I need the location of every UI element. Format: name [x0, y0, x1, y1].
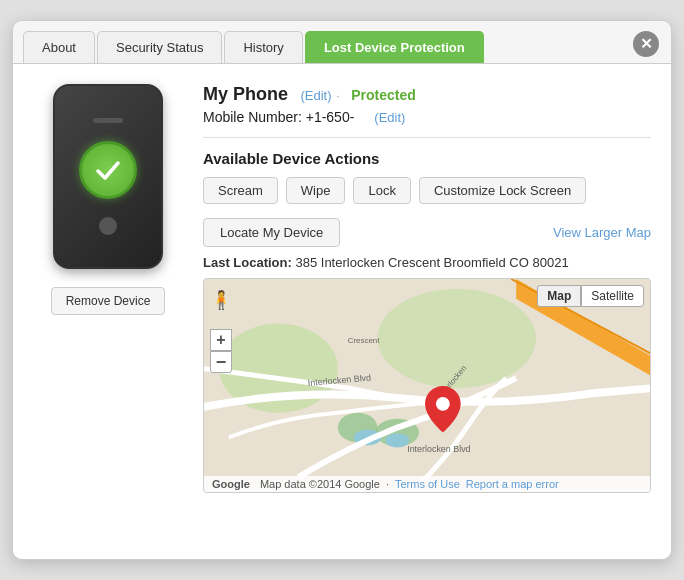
zoom-out-button[interactable]: − — [210, 351, 232, 373]
right-panel: My Phone (Edit) · Protected Mobile Numbe… — [203, 84, 651, 493]
map-dot-separator: · — [386, 478, 389, 490]
left-panel: Remove Device — [33, 84, 183, 493]
phone-check-icon — [79, 141, 137, 199]
mobile-number-row: Mobile Number: +1-650- (Edit) — [203, 109, 651, 125]
scream-button[interactable]: Scream — [203, 177, 278, 204]
mobile-number-edit[interactable]: (Edit) — [374, 110, 405, 125]
map-type-toggle: Map Satellite — [537, 285, 644, 307]
svg-text:Crescent: Crescent — [348, 336, 380, 345]
last-location-label: Last Location: — [203, 255, 292, 270]
map-controls: 🧍 + − — [210, 309, 232, 373]
locate-device-button[interactable]: Locate My Device — [203, 218, 340, 247]
mobile-number-label: Mobile Number: +1-650- — [203, 109, 354, 125]
map-data-label: Map data ©2014 Google — [260, 478, 380, 490]
main-window: ✕ About Security Status History Lost Dev… — [12, 20, 672, 560]
view-larger-map-link[interactable]: View Larger Map — [553, 225, 651, 240]
separator: · — [336, 88, 343, 103]
last-location: Last Location: 385 Interlocken Crescent … — [203, 255, 651, 270]
phone-image — [53, 84, 163, 269]
map-tab-satellite[interactable]: Satellite — [581, 285, 644, 307]
remove-device-button[interactable]: Remove Device — [51, 287, 166, 315]
report-map-error-link[interactable]: Report a map error — [466, 478, 559, 490]
google-logo: Google — [212, 478, 250, 490]
phone-home-button — [99, 217, 117, 235]
map-container: Interlocken Blvd Interlocken Blvd Interl… — [203, 278, 651, 493]
device-header: My Phone (Edit) · Protected — [203, 84, 651, 105]
svg-point-12 — [436, 397, 450, 411]
map-footer: Google Map data ©2014 Google · Terms of … — [204, 476, 650, 492]
zoom-in-button[interactable]: + — [210, 329, 232, 351]
divider-1 — [203, 137, 651, 138]
tab-lost-device-protection[interactable]: Lost Device Protection — [305, 31, 484, 63]
device-status: Protected — [351, 87, 416, 103]
customize-lock-screen-button[interactable]: Customize Lock Screen — [419, 177, 586, 204]
device-name: My Phone — [203, 84, 288, 104]
map-background: Interlocken Blvd Interlocken Blvd Interl… — [204, 279, 650, 492]
map-tab-map[interactable]: Map — [537, 285, 581, 307]
last-location-address: 385 Interlocken Crescent Broomfield CO 8… — [295, 255, 568, 270]
svg-point-6 — [385, 434, 409, 448]
tab-about[interactable]: About — [23, 31, 95, 63]
close-icon: ✕ — [640, 35, 653, 53]
tab-history[interactable]: History — [224, 31, 302, 63]
wipe-button[interactable]: Wipe — [286, 177, 346, 204]
phone-speaker — [93, 118, 123, 123]
svg-text:Interlocken Blvd: Interlocken Blvd — [407, 444, 470, 454]
lock-button[interactable]: Lock — [353, 177, 410, 204]
content-area: Remove Device My Phone (Edit) · Protecte… — [13, 64, 671, 493]
terms-of-use-link[interactable]: Terms of Use — [395, 478, 460, 490]
actions-title: Available Device Actions — [203, 150, 651, 167]
device-name-edit[interactable]: (Edit) — [300, 88, 331, 103]
action-buttons: Scream Wipe Lock Customize Lock Screen — [203, 177, 651, 204]
close-button[interactable]: ✕ — [633, 31, 659, 57]
tab-security-status[interactable]: Security Status — [97, 31, 222, 63]
tab-bar: About Security Status History Lost Devic… — [13, 21, 671, 64]
locate-row: Locate My Device View Larger Map — [203, 218, 651, 247]
map-person-icon: 🧍 — [210, 289, 232, 311]
